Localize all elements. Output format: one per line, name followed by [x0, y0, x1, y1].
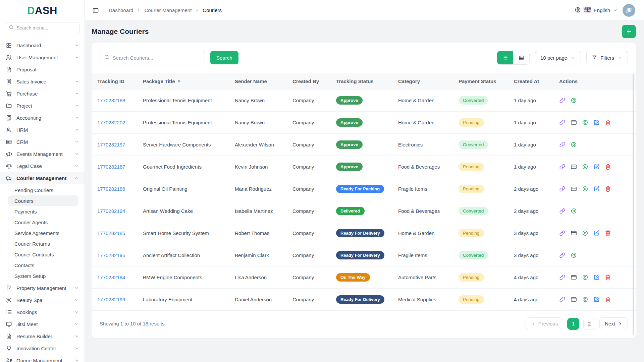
- sidebar-item-hrm[interactable]: HRM: [0, 124, 85, 136]
- sidebar-item-purchase[interactable]: Purchase: [0, 87, 85, 100]
- sidebar-item-jitsi-meet[interactable]: Jitsi Meet: [0, 318, 85, 330]
- row-actions: [559, 222, 636, 244]
- trash-action-icon[interactable]: [605, 230, 611, 236]
- sidebar-item-events-management[interactable]: Events Management: [0, 148, 85, 160]
- sidebar-subitem-payments[interactable]: Payments: [8, 206, 78, 217]
- search-button[interactable]: Search: [210, 51, 238, 64]
- link-action-icon[interactable]: [559, 208, 566, 214]
- trash-action-icon[interactable]: [605, 296, 611, 303]
- courier-search-input[interactable]: [113, 55, 201, 61]
- link-action-icon[interactable]: [559, 186, 566, 192]
- link-action-icon[interactable]: [559, 274, 566, 281]
- card-action-icon[interactable]: [571, 230, 577, 236]
- edit-action-icon[interactable]: [593, 119, 600, 126]
- card-action-icon[interactable]: [571, 164, 577, 170]
- eye-action-icon[interactable]: [582, 164, 588, 170]
- trash-action-icon[interactable]: [605, 186, 611, 192]
- sidebar-item-user-management[interactable]: User Management: [0, 51, 85, 63]
- sidebar-item-courier-management[interactable]: Courier Management: [0, 172, 85, 184]
- tracking-id-link[interactable]: 1770282185: [97, 230, 125, 236]
- trash-action-icon[interactable]: [605, 119, 611, 126]
- sidebar-subitem-courier-returns[interactable]: Courier Returns: [8, 238, 78, 249]
- tracking-id-link[interactable]: 1770282187: [97, 164, 125, 170]
- sidebar-subitem-service-agreements[interactable]: Service Agreements: [8, 228, 78, 238]
- sidebar-item-sales-invoice[interactable]: Sales Invoice: [0, 75, 85, 87]
- page-button-2[interactable]: 2: [583, 318, 595, 330]
- eye-action-icon[interactable]: [582, 230, 588, 236]
- eye-action-icon[interactable]: [571, 252, 577, 258]
- sidebar-subitem-pending-couriers[interactable]: Pending Couriers: [8, 185, 78, 195]
- tracking-id-link[interactable]: 1770282199: [97, 297, 125, 302]
- tracking-id-link[interactable]: 1770282195: [97, 252, 125, 258]
- table-scrollbar[interactable]: [633, 74, 634, 335]
- edit-action-icon[interactable]: [593, 274, 600, 281]
- tracking-id-link[interactable]: 1770282188: [97, 98, 125, 103]
- breadcrumb-item-dashboard[interactable]: Dashboard: [109, 7, 133, 13]
- sidebar-item-beauty-spa[interactable]: Beauty Spa: [0, 294, 85, 306]
- avatar[interactable]: [623, 4, 635, 17]
- sidebar-toggle-icon[interactable]: [92, 7, 99, 14]
- eye-action-icon[interactable]: [582, 296, 588, 303]
- edit-action-icon[interactable]: [593, 296, 600, 303]
- sidebar-subitem-courier-contracts[interactable]: Courier Contracts: [8, 249, 78, 260]
- list-view-button[interactable]: [497, 51, 513, 64]
- trash-action-icon[interactable]: [605, 274, 611, 281]
- eye-action-icon[interactable]: [582, 186, 588, 192]
- sidebar-search[interactable]: [5, 22, 80, 33]
- edit-action-icon[interactable]: [593, 164, 600, 170]
- sidebar-item-project[interactable]: Project: [0, 100, 85, 112]
- sidebar-item-crm[interactable]: CRM: [0, 136, 85, 148]
- filters-button[interactable]: Filters: [586, 51, 628, 64]
- sidebar-subitem-contacts[interactable]: Contacts: [8, 260, 78, 270]
- sidebar-item-resume-builder[interactable]: Resume Builder: [0, 330, 85, 342]
- trash-action-icon[interactable]: [605, 164, 611, 170]
- sidebar-search-input[interactable]: [16, 25, 76, 31]
- eye-action-icon[interactable]: [582, 119, 588, 126]
- filters-label: Filters: [600, 55, 614, 61]
- column-header-package-title[interactable]: Package Title: [143, 73, 235, 89]
- tracking-id-link[interactable]: 1770282194: [97, 208, 125, 214]
- link-action-icon[interactable]: [559, 230, 566, 236]
- sidebar-item-legal-case[interactable]: Legal Case: [0, 160, 85, 172]
- page-button-1[interactable]: 1: [567, 318, 579, 330]
- card-action-icon[interactable]: [571, 274, 577, 281]
- sidebar-item-dashboard[interactable]: Dashboard: [0, 39, 85, 51]
- eye-action-icon[interactable]: [582, 274, 588, 281]
- add-courier-button[interactable]: [622, 25, 636, 38]
- per-page-select[interactable]: 10 per page: [535, 51, 581, 64]
- eye-action-icon[interactable]: [571, 97, 577, 104]
- link-action-icon[interactable]: [559, 97, 566, 104]
- link-action-icon[interactable]: [559, 119, 566, 126]
- link-action-icon[interactable]: [559, 141, 566, 148]
- breadcrumb-item-courier-management[interactable]: Courier Management: [144, 7, 192, 13]
- sidebar-item-innovation-center[interactable]: Innovation Center: [0, 342, 85, 354]
- link-action-icon[interactable]: [559, 164, 566, 170]
- tracking-id-link[interactable]: 1770282186: [97, 186, 125, 192]
- card-action-icon[interactable]: [571, 296, 577, 303]
- sidebar-subitem-courier-agents[interactable]: Courier Agents: [8, 217, 78, 228]
- grid-view-button[interactable]: [513, 51, 529, 64]
- sort-icon[interactable]: [177, 79, 181, 83]
- sidebar-item-queue-management[interactable]: Queue Management: [0, 354, 85, 362]
- sidebar-item-accounting[interactable]: Accounting: [0, 112, 85, 124]
- sidebar-subitem-couriers[interactable]: Couriers: [8, 195, 78, 206]
- language-selector[interactable]: English: [575, 7, 618, 14]
- tracking-id-link[interactable]: 1770282184: [97, 275, 125, 280]
- card-action-icon[interactable]: [571, 186, 577, 192]
- link-action-icon[interactable]: [559, 252, 566, 258]
- next-page-button[interactable]: Next: [599, 317, 628, 330]
- sidebar-subitem-system-setup[interactable]: System Setup: [8, 270, 78, 281]
- eye-action-icon[interactable]: [571, 141, 577, 148]
- previous-page-button[interactable]: Previous: [526, 317, 563, 330]
- tracking-id-link[interactable]: 1770282202: [97, 120, 125, 125]
- tracking-id-link[interactable]: 1770282197: [97, 142, 125, 147]
- link-action-icon[interactable]: [559, 296, 566, 303]
- eye-action-icon[interactable]: [571, 208, 577, 214]
- sidebar-item-bookings[interactable]: Bookings: [0, 306, 85, 318]
- edit-action-icon[interactable]: [593, 230, 600, 236]
- card-action-icon[interactable]: [571, 119, 577, 126]
- edit-action-icon[interactable]: [593, 186, 600, 192]
- sidebar-item-property-management[interactable]: Property Management: [0, 282, 85, 294]
- courier-search[interactable]: [100, 51, 205, 64]
- sidebar-item-proposal[interactable]: Proposal: [0, 63, 85, 75]
